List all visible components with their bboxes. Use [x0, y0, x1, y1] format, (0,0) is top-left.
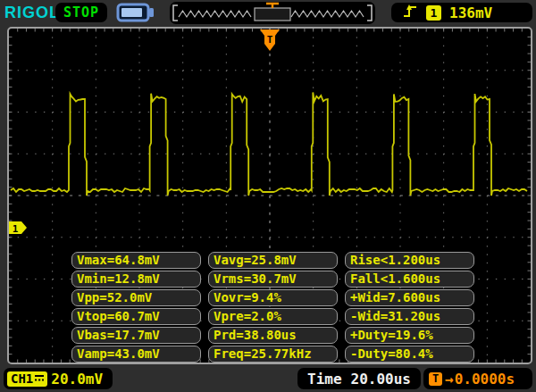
measurement-cell: Vpre=2.0%	[208, 308, 338, 325]
battery-icon	[114, 3, 164, 22]
measurement-cell: Vamp=43.0mV	[71, 346, 201, 363]
dc-coupling-icon	[33, 371, 46, 387]
left-bracket-icon	[173, 5, 178, 21]
rising-edge-icon	[402, 3, 418, 22]
hpos-trigger-marker-icon	[266, 4, 279, 8]
run-state-indicator: STOP	[55, 3, 107, 22]
svg-text:T: T	[267, 34, 273, 46]
timebase-status: Time 20.00us	[297, 368, 421, 389]
top-status-bar: RIGOL STOP	[0, 0, 536, 26]
bottom-status-bar: CH1 20.0mV Time 20.00us T → 0.0000s	[0, 366, 536, 392]
right-bracket-icon	[367, 5, 372, 21]
timebase-label: Time	[307, 371, 342, 388]
channel1-status: CH1 20.0mV	[4, 368, 113, 389]
measurement-cell: Vtop=60.7mV	[71, 308, 201, 325]
measurement-cell: Vbas=17.7mV	[71, 327, 201, 344]
channel1-scale-value: 20.0mV	[51, 371, 103, 388]
measurement-cell: +Wid=7.600us	[345, 289, 474, 306]
measurement-panel: Vmax=64.8mV Vavg=25.8mV Rise<1.200us Vmi…	[71, 252, 474, 363]
svg-text:1: 1	[13, 223, 19, 235]
measurement-cell: +Duty=19.6%	[345, 327, 474, 344]
trigger-offset-badge: T	[429, 372, 442, 386]
trigger-offset-value: 0.0000s	[455, 371, 515, 388]
trigger-offset-status: T → 0.0000s	[423, 368, 532, 389]
arrow-right-icon: →	[445, 371, 454, 388]
measurement-cell: Prd=38.80us	[208, 327, 338, 344]
trigger-level-value: 136mV	[449, 4, 492, 21]
hpos-window	[255, 8, 290, 21]
measurement-cell: -Duty=80.4%	[345, 346, 474, 363]
oscilloscope-screen: RIGOL STOP	[0, 0, 536, 392]
brand-logo: RIGOL	[4, 4, 60, 22]
measurement-cell: Vavg=25.8mV	[208, 252, 338, 269]
measurement-cell: Vpp=52.0mV	[71, 289, 201, 306]
channel1-label: CH1	[11, 371, 33, 386]
measurement-cell: Freq=25.77kHz	[208, 346, 338, 363]
measurement-cell: Vmin=12.8mV	[71, 271, 201, 288]
measurement-cell: -Wid=31.20us	[345, 308, 474, 325]
trigger-position-flag: T	[260, 29, 280, 51]
channel1-badge: CH1	[7, 371, 47, 387]
measurement-cell: Fall<1.600us	[345, 271, 474, 288]
trigger-status: 1 136mV	[391, 3, 532, 22]
trigger-source-badge: 1	[426, 5, 441, 21]
timebase-value: 20.00us	[351, 371, 411, 388]
channel1-trace	[11, 93, 527, 196]
measurement-cell: Vovr=9.4%	[208, 289, 338, 306]
run-state-label: STOP	[63, 4, 99, 21]
horizontal-position-indicator	[170, 2, 375, 24]
measurement-cell: Rise<1.200us	[345, 252, 474, 269]
measurement-cell: Vmax=64.8mV	[71, 252, 201, 269]
channel1-level-marker: 1	[9, 221, 27, 235]
measurement-cell: Vrms=30.7mV	[208, 271, 338, 288]
waveform-display: T 1 Vmax=64.8mV Vavg=25.8mV Rise<1.200us…	[7, 27, 532, 364]
